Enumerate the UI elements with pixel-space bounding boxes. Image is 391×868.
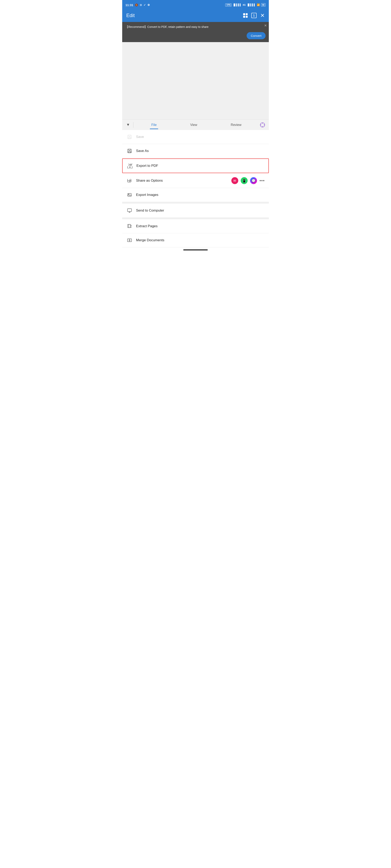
svg-point-1	[262, 123, 263, 124]
header: Edit 1 ✕	[122, 10, 269, 22]
menu-item-save-as[interactable]: Save As	[122, 144, 269, 158]
merge-documents-label: Merge Documents	[136, 238, 265, 242]
tab-review[interactable]: Review	[227, 121, 245, 129]
menu-item-extract-pages[interactable]: Extract Pages	[122, 218, 269, 233]
vpn-badge: VPN	[225, 3, 231, 6]
more-share-icon[interactable]: •••	[259, 178, 265, 183]
share-icon	[126, 177, 133, 184]
menu-list: Save Save As Export to PDF	[122, 130, 269, 247]
close-icon[interactable]: ✕	[260, 13, 265, 18]
status-time: 11:31 🔕 ⊙ ✓ ⚙	[125, 3, 150, 7]
banner-text: 【Recommend】Convert to PDF, retain patter…	[125, 25, 266, 29]
settings-icon: ⚙	[147, 3, 150, 6]
svg-rect-9	[129, 149, 130, 151]
save-label: Save	[136, 135, 265, 139]
send-computer-icon	[126, 207, 133, 214]
toolbar: ▼ File View Review	[122, 119, 269, 130]
menu-item-save[interactable]: Save	[122, 130, 269, 144]
export-images-icon	[126, 192, 133, 198]
home-indicator	[183, 249, 208, 250]
svg-rect-7	[128, 137, 131, 138]
menu-item-share[interactable]: Share as Options ✉ 📱 💬 •••	[122, 174, 269, 188]
alarm-off-icon: 🔕	[135, 3, 138, 6]
convert-button[interactable]: Convert	[247, 32, 266, 39]
tab-file[interactable]: File	[148, 121, 160, 129]
recommendation-banner: ✕ 【Recommend】Convert to PDF, retain patt…	[122, 22, 269, 42]
status-indicators: VPN ▐▌▌▌▌ 4G ▐▌▌▌▌ 📶 98	[225, 3, 266, 6]
page-title: Edit	[126, 12, 135, 18]
svg-rect-6	[129, 135, 130, 136]
status-bar: 11:31 🔕 ⊙ ✓ ⚙ VPN ▐▌▌▌▌ 4G ▐▌▌▌▌ 📶 98	[122, 0, 269, 10]
header-actions: 1 ✕	[243, 13, 265, 18]
export-pdf-label: Export to PDF	[136, 164, 264, 168]
svg-rect-14	[128, 224, 131, 228]
messenger-share-icon[interactable]: 💬	[250, 177, 257, 184]
grid-view-icon[interactable]	[243, 13, 248, 18]
menu-item-send-computer[interactable]: Send to Computer	[122, 202, 269, 218]
banner-close-button[interactable]: ✕	[264, 24, 267, 27]
page-number-icon[interactable]: 1	[251, 13, 257, 18]
whatsapp-share-icon[interactable]: 📱	[241, 177, 248, 184]
vpn-check-icon: ✓	[144, 3, 146, 6]
document-area	[122, 42, 269, 119]
svg-rect-13	[128, 209, 132, 212]
save-as-label: Save As	[136, 149, 265, 153]
battery-indicator: 98	[261, 3, 266, 6]
wifi-icon: 📶	[257, 3, 260, 6]
whatsapp-status-icon: ⊙	[140, 3, 142, 6]
svg-point-2	[262, 126, 263, 127]
export-pdf-icon	[127, 162, 133, 169]
time-label: 11:31	[125, 3, 133, 7]
mail-share-icon[interactable]: ✉	[231, 177, 238, 184]
save-as-icon	[126, 148, 133, 154]
toolbar-tabs: File View Review	[135, 121, 258, 129]
tab-view[interactable]: View	[187, 121, 200, 129]
extract-pages-label: Extract Pages	[136, 224, 265, 228]
collapse-chevron[interactable]: ▼	[124, 121, 132, 129]
send-computer-label: Send to Computer	[136, 209, 265, 213]
network-type-icon: 4G	[243, 4, 246, 6]
share-quick-icons: ✉ 📱 💬 •••	[231, 177, 265, 184]
svg-rect-11	[128, 193, 131, 196]
magic-icon[interactable]	[258, 121, 267, 129]
save-icon	[126, 134, 133, 140]
export-images-label: Export Images	[136, 193, 265, 197]
signal-icon: ▐▌▌▌▌	[233, 3, 242, 6]
home-bar	[122, 247, 269, 252]
menu-item-export-pdf[interactable]: Export to PDF	[122, 158, 269, 173]
merge-documents-icon	[126, 237, 133, 244]
extract-pages-icon	[126, 223, 133, 229]
share-label: Share as Options	[136, 179, 230, 183]
signal2-icon: ▐▌▌▌▌	[247, 3, 256, 6]
menu-item-merge-documents[interactable]: Merge Documents	[122, 233, 269, 247]
menu-item-export-images[interactable]: Export Images	[122, 188, 269, 202]
svg-point-3	[260, 124, 261, 125]
svg-rect-10	[128, 151, 131, 153]
svg-point-4	[264, 124, 264, 125]
